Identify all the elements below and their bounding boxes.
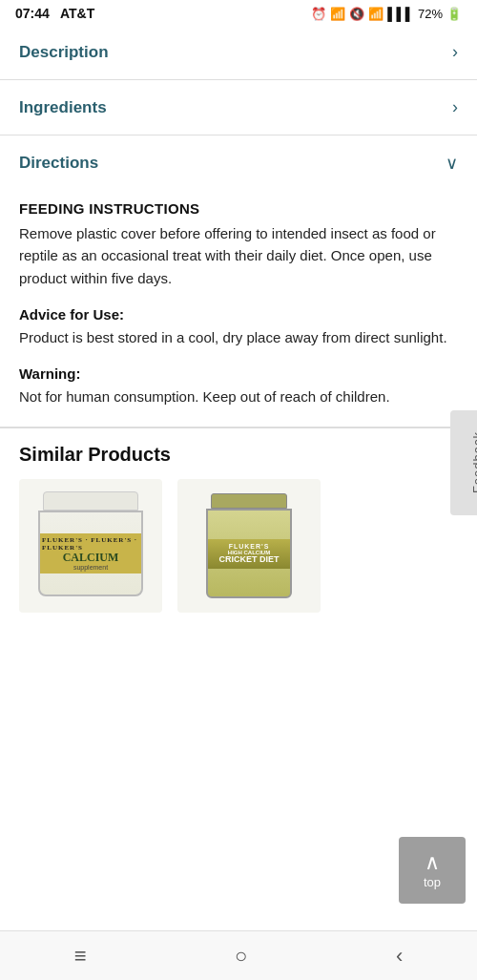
flukers-calcium-jar: FLUKER'S · FLUKER'S · FLUKER'S CALCIUM s… xyxy=(38,491,143,601)
advice-title: Advice for Use: xyxy=(19,306,458,323)
warning-text: Not for human consumption. Keep out of r… xyxy=(19,386,458,407)
directions-title: Directions xyxy=(19,154,98,173)
status-icons: ⏰ 📶 🔇 📶 ▌▌▌ 72% 🔋 xyxy=(311,7,462,21)
wifi-icon: 📶 xyxy=(368,7,384,21)
nav-menu-icon[interactable]: ≡ xyxy=(74,944,87,969)
directions-header[interactable]: Directions ∨ xyxy=(0,136,477,191)
directions-accordion: Directions ∨ FEEDING INSTRUCTIONS Remove… xyxy=(0,136,477,427)
flukers-cricket-jar: FLUKER'S HIGH CALCIUM Cricket Diet xyxy=(206,493,292,598)
directions-chevron: ∨ xyxy=(446,153,458,174)
bluetooth-icon: 📶 xyxy=(330,7,345,21)
directions-content: FEEDING INSTRUCTIONS Remove plastic cove… xyxy=(0,191,477,427)
feedback-label: Feedback xyxy=(470,431,478,493)
feeding-title: FEEDING INSTRUCTIONS xyxy=(19,200,458,217)
mute-icon: 🔇 xyxy=(349,7,364,21)
ingredients-chevron: › xyxy=(452,97,458,117)
signal-icon: ▌▌▌ xyxy=(387,7,414,21)
alarm-icon: ⏰ xyxy=(311,7,326,21)
description-title: Description xyxy=(19,43,109,62)
ingredients-header[interactable]: Ingredients › xyxy=(0,80,477,135)
calcium-lid xyxy=(43,491,138,511)
advice-text: Product is best stored in a cool, dry pl… xyxy=(19,326,458,348)
calcium-bottom: supplement xyxy=(73,564,108,571)
warning-title: Warning: xyxy=(19,365,458,382)
nav-home-icon[interactable]: ○ xyxy=(235,944,247,969)
feedback-tab[interactable]: Feedback xyxy=(450,410,477,515)
ingredients-title: Ingredients xyxy=(19,98,107,117)
calcium-brand: FLUKER'S · FLUKER'S · FLUKER'S xyxy=(42,536,139,552)
description-header[interactable]: Description › xyxy=(0,25,477,79)
cricket-product-name: Cricket Diet xyxy=(219,555,280,565)
cricket-lid xyxy=(211,493,287,509)
ingredients-accordion: Ingredients › xyxy=(0,80,477,136)
calcium-body: FLUKER'S · FLUKER'S · FLUKER'S CALCIUM s… xyxy=(38,511,143,596)
nav-back-icon[interactable]: ‹ xyxy=(396,944,403,969)
cricket-label: FLUKER'S HIGH CALCIUM Cricket Diet xyxy=(208,539,290,569)
description-chevron: › xyxy=(452,42,458,62)
cricket-body: FLUKER'S HIGH CALCIUM Cricket Diet xyxy=(206,509,292,598)
description-accordion: Description › xyxy=(0,25,477,80)
product-thumb-2[interactable]: FLUKER'S HIGH CALCIUM Cricket Diet xyxy=(177,479,321,613)
product-thumb-1[interactable]: FLUKER'S · FLUKER'S · FLUKER'S CALCIUM s… xyxy=(19,479,162,613)
similar-products-section: Similar Products FLUKER'S · FLUKER'S · F… xyxy=(0,427,477,622)
calcium-label: FLUKER'S · FLUKER'S · FLUKER'S CALCIUM s… xyxy=(40,533,141,573)
top-label: top xyxy=(424,875,441,889)
status-time: 07:44 AT&T xyxy=(15,6,94,21)
feeding-text: Remove plastic cover before offering to … xyxy=(19,222,458,289)
cricket-brand: FLUKER'S xyxy=(229,543,270,550)
top-button[interactable]: ∧ top xyxy=(399,837,466,904)
battery-label: 72% xyxy=(418,7,443,21)
products-row: FLUKER'S · FLUKER'S · FLUKER'S CALCIUM s… xyxy=(19,479,458,613)
top-chevron-icon: ∧ xyxy=(425,852,440,873)
status-bar: 07:44 AT&T ⏰ 📶 🔇 📶 ▌▌▌ 72% 🔋 xyxy=(0,0,477,25)
similar-products-title: Similar Products xyxy=(19,444,458,466)
bottom-nav: ≡ ○ ‹ xyxy=(0,930,477,980)
battery-icon: 🔋 xyxy=(446,7,462,21)
calcium-name: CALCIUM xyxy=(63,552,119,564)
